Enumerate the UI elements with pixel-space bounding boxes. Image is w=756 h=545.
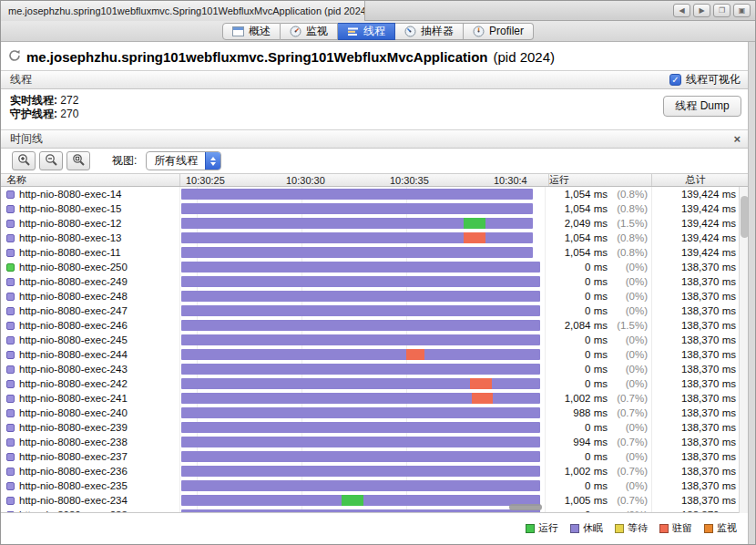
thread-name-cell: http-nio-8080-exec-237 [1,449,179,464]
thread-running-cell: 1,054 ms(0.8%) [545,187,651,201]
thread-name-cell: http-nio-8080-exec-233 [1,508,179,513]
timeline-close-icon[interactable]: × [733,133,741,145]
thread-icon [6,322,15,330]
table-row[interactable]: http-nio-8080-exec-2470 ms(0%)138,370 ms [1,303,739,318]
window-restore-icon[interactable]: ❐ [713,4,730,17]
legend-item: 监视 [704,521,737,535]
thread-total-cell: 138,370 ms [651,274,739,289]
thread-icon [6,424,15,432]
tab-label: 监视 [306,24,328,39]
thread-timeline-cell [179,435,545,449]
table-row[interactable]: http-nio-8080-exec-131,054 ms(0.8%)139,4… [1,231,739,245]
running-percent: (0.8%) [608,189,651,200]
table-row[interactable]: http-nio-8080-exec-2341,005 ms(0.7%)138,… [1,493,739,508]
thread-running-cell: 994 ms(0.7%) [545,435,651,449]
view-tabbar: 概述 监视 线程 抽样器 Profiler [1,21,755,42]
thread-total-cell: 138,370 ms [651,303,739,318]
thread-name-cell: http-nio-8080-exec-234 [1,493,179,508]
thread-total-cell: 138,370 ms [651,289,739,303]
legend-swatch [526,524,535,533]
table-row[interactable]: http-nio-8080-exec-151,054 ms(0.8%)139,4… [1,201,739,216]
table-row[interactable]: http-nio-8080-exec-2440 ms(0%)138,370 ms [1,347,739,362]
table-row[interactable]: http-nio-8080-exec-238994 ms(0.7%)138,37… [1,435,739,449]
table-row[interactable]: http-nio-8080-exec-2480 ms(0%)138,370 ms [1,289,739,303]
table-row[interactable]: http-nio-8080-exec-2411,002 ms(0.7%)138,… [1,391,739,406]
tab-profiler[interactable]: Profiler [464,23,534,40]
sleeping-bar [181,305,540,316]
legend-item: 等待 [615,521,648,535]
thread-total-cell: 139,424 ms [651,201,739,216]
table-row[interactable]: http-nio-8080-exec-240988 ms(0.7%)138,37… [1,406,739,420]
thread-icon [6,351,15,359]
thread-name-cell: http-nio-8080-exec-240 [1,406,179,420]
table-row[interactable]: http-nio-8080-exec-2490 ms(0%)138,370 ms [1,274,739,289]
running-time: 0 ms [546,334,608,345]
thread-running-cell: 1,054 ms(0.8%) [545,231,651,245]
table-row[interactable]: http-nio-8080-exec-2430 ms(0%)138,370 ms [1,362,739,376]
thread-name: http-nio-8080-exec-247 [19,305,128,316]
zoom-out-button[interactable] [39,151,63,170]
document-tab[interactable]: me.josephzhu.spring101webfluxmvc.Spring1… [1,1,365,21]
table-row[interactable]: http-nio-8080-exec-141,054 ms(0.8%)139,4… [1,187,739,201]
thread-running-cell: 1,005 ms(0.7%) [545,493,651,508]
table-row[interactable]: http-nio-8080-exec-2330 ms(0%)138,370 ms [1,508,739,513]
thread-timeline-cell [179,303,545,318]
running-percent: (1.5%) [608,218,651,229]
thread-name-cell: http-nio-8080-exec-250 [1,260,179,274]
column-header-total[interactable]: 总计 [651,174,739,186]
thread-total-cell: 138,370 ms [651,449,739,464]
running-time: 0 ms [546,451,608,462]
table-row[interactable]: http-nio-8080-exec-2420 ms(0%)138,370 ms [1,376,739,391]
running-time: 1,054 ms [546,232,608,243]
thread-dump-button[interactable]: 线程 Dump [663,96,741,117]
zoom-in-button[interactable] [12,151,36,170]
live-threads-label: 实时线程: [10,94,57,107]
window-maximize-icon[interactable]: ▣ [733,4,751,17]
thread-total-cell: 139,424 ms [651,216,739,231]
state-segment-parked [464,232,485,243]
column-header-timeline: 10:30:2510:30:3010:30:3510:30:4 [179,174,545,186]
table-row[interactable]: http-nio-8080-exec-2361,002 ms(0.7%)138,… [1,464,739,478]
running-time: 1,002 ms [546,393,608,404]
column-header-name[interactable]: 名称 [6,174,26,186]
thread-total-cell: 138,370 ms [651,420,739,435]
thread-icon [6,511,15,514]
running-percent: (0%) [608,378,651,389]
thread-name-cell: http-nio-8080-exec-241 [1,391,179,406]
horizontal-scrollbar-thumb[interactable] [509,504,542,510]
sleeping-bar [181,218,533,229]
table-row[interactable]: http-nio-8080-exec-111,054 ms(0.8%)139,4… [1,245,739,260]
tab-overview[interactable]: 概述 [222,23,281,40]
table-row[interactable]: http-nio-8080-exec-2450 ms(0%)138,370 ms [1,333,739,347]
table-row[interactable]: http-nio-8080-exec-2390 ms(0%)138,370 ms [1,420,739,435]
thread-total-cell: 138,370 ms [651,406,739,420]
thread-visualization-toggle[interactable]: ✓ 线程可视化 [669,72,741,87]
thread-name-cell: http-nio-8080-exec-243 [1,362,179,376]
running-percent: (0%) [608,364,651,375]
table-row[interactable]: http-nio-8080-exec-122,049 ms(1.5%)139,4… [1,216,739,231]
scroll-right-icon[interactable]: ▶ [693,4,710,17]
column-header-running[interactable]: 运行 [548,174,569,186]
thread-name: http-nio-8080-exec-237 [19,451,128,462]
zoom-fit-button[interactable] [66,151,90,170]
tab-threads[interactable]: 线程 [338,23,395,40]
thread-name-cell: http-nio-8080-exec-235 [1,478,179,493]
thread-running-cell: 0 ms(0%) [545,362,651,376]
window-controls: ◀ ▶ ❐ ▣ [673,4,751,17]
thread-running-cell: 0 ms(0%) [545,376,651,391]
tab-sampler[interactable]: 抽样器 [395,23,464,40]
tab-monitor[interactable]: 监视 [281,23,338,40]
scroll-left-icon[interactable]: ◀ [673,4,690,17]
running-percent: (0.7%) [608,495,651,506]
table-row[interactable]: http-nio-8080-exec-2500 ms(0%)138,370 ms [1,260,739,274]
table-row[interactable]: http-nio-8080-exec-2350 ms(0%)138,370 ms [1,478,739,493]
sleeping-bar [181,247,533,258]
view-select[interactable]: 所有线程 [146,151,221,170]
table-row[interactable]: http-nio-8080-exec-2370 ms(0%)138,370 ms [1,449,739,464]
thread-timeline-cell [179,464,545,478]
state-segment-running [342,495,363,506]
table-row[interactable]: http-nio-8080-exec-2462,084 ms(1.5%)138,… [1,318,739,333]
checkbox-checked-icon[interactable]: ✓ [669,74,681,86]
sleeping-bar [181,320,540,331]
thread-name-cell: http-nio-8080-exec-239 [1,420,179,435]
